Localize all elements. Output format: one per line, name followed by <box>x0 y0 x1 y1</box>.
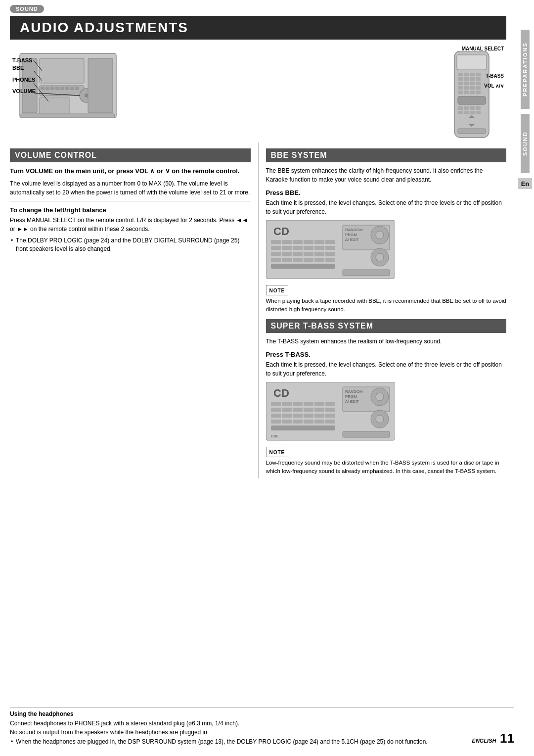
svg-rect-102 <box>293 408 303 412</box>
en-badge: En <box>518 178 532 189</box>
bbe-heading: BBE SYSTEM <box>266 148 507 162</box>
svg-rect-11 <box>75 87 79 90</box>
svg-text:A/ EDIT: A/ EDIT <box>345 399 359 404</box>
svg-rect-34 <box>470 82 475 85</box>
sound-pill: SOUND <box>10 5 44 13</box>
bbe-body1: The BBE system enhances the clarity of h… <box>266 166 507 184</box>
svg-rect-30 <box>470 77 475 81</box>
svg-rect-50 <box>464 111 469 114</box>
svg-rect-29 <box>464 77 469 81</box>
svg-rect-106 <box>271 414 281 418</box>
bbe-remote-svg: CD <box>266 220 395 280</box>
svg-rect-100 <box>271 408 281 412</box>
svg-rect-10 <box>70 87 74 90</box>
svg-rect-118 <box>271 425 335 430</box>
svg-rect-40 <box>458 91 463 94</box>
svg-rect-73 <box>304 252 313 256</box>
svg-rect-105 <box>325 408 335 412</box>
svg-rect-64 <box>271 246 281 250</box>
svg-rect-60 <box>293 240 303 244</box>
stereo-unit-svg <box>10 44 138 130</box>
tbass-remote-svg: CD <box>266 382 395 441</box>
svg-rect-74 <box>314 252 324 256</box>
svg-rect-25 <box>464 73 469 76</box>
svg-rect-48 <box>476 106 481 110</box>
tbass-body1: The T-BASS system enhances the realism o… <box>266 337 507 346</box>
svg-text:A/ EDIT: A/ EDIT <box>345 237 359 242</box>
svg-rect-112 <box>271 420 281 424</box>
right-column: BBE SYSTEM The BBE system enhances the c… <box>266 142 507 478</box>
tbass-note-label-box: NOTE <box>266 447 289 457</box>
svg-rect-72 <box>293 252 303 256</box>
svg-rect-31 <box>476 77 481 81</box>
svg-point-90 <box>376 253 384 261</box>
svg-rect-46 <box>464 106 469 110</box>
bbe-note-text: When playing back a tape recorded with B… <box>266 297 507 313</box>
svg-rect-39 <box>476 86 481 90</box>
svg-rect-44 <box>458 96 486 104</box>
svg-rect-16 <box>40 97 69 114</box>
tbass-note-container: NOTE Low-frequency sound may be distorte… <box>266 447 507 475</box>
svg-rect-114 <box>293 420 303 424</box>
svg-rect-80 <box>314 258 324 262</box>
svg-rect-35 <box>476 82 481 85</box>
right-sidebar: PREPARATIONS SOUND En <box>516 0 534 756</box>
svg-rect-99 <box>325 402 335 406</box>
svg-rect-76 <box>271 258 281 262</box>
tbass-label: T-BASS <box>12 57 32 63</box>
svg-rect-94 <box>271 402 281 406</box>
svg-rect-65 <box>282 246 292 250</box>
svg-rect-96 <box>293 402 303 406</box>
svg-rect-26 <box>470 73 475 76</box>
svg-rect-27 <box>476 73 481 76</box>
tbass-heading: SUPER T-BASS SYSTEM <box>266 319 507 333</box>
footer-text1: Connect headphones to PHONES jack with a… <box>10 719 462 728</box>
svg-rect-115 <box>304 420 313 424</box>
svg-rect-66 <box>293 246 303 250</box>
svg-rect-75 <box>325 252 335 256</box>
svg-rect-70 <box>271 252 281 256</box>
svg-rect-23 <box>457 55 487 70</box>
svg-text:RANDOM: RANDOM <box>345 389 363 394</box>
svg-rect-28 <box>458 77 463 81</box>
svg-rect-103 <box>304 408 313 412</box>
svg-rect-117 <box>325 420 335 424</box>
svg-rect-45 <box>458 106 463 110</box>
page-header: SOUND AUDIO ADJUSTMENTS <box>0 0 516 40</box>
svg-rect-62 <box>314 240 324 244</box>
svg-rect-108 <box>293 414 303 418</box>
volume-subheading: Turn VOLUME on the main unit, or press V… <box>10 166 251 176</box>
svg-rect-9 <box>65 87 69 90</box>
svg-rect-15 <box>88 58 113 113</box>
svg-rect-98 <box>314 402 324 406</box>
volume-body1: The volume level is displayed as a numbe… <box>10 179 251 197</box>
svg-rect-78 <box>293 258 303 262</box>
bbe-press-heading: Press BBE. <box>266 189 507 196</box>
bbe-note-label: NOTE <box>269 288 285 293</box>
svg-rect-2 <box>40 58 84 83</box>
svg-rect-37 <box>464 86 469 90</box>
svg-rect-107 <box>282 414 292 418</box>
svg-rect-32 <box>458 82 463 85</box>
svg-rect-67 <box>304 246 313 250</box>
svg-rect-79 <box>304 258 313 262</box>
svg-rect-63 <box>325 240 335 244</box>
tbass-press-text: Each time it is pressed, the level chang… <box>266 360 507 378</box>
svg-rect-8 <box>60 87 64 90</box>
svg-point-88 <box>376 231 384 239</box>
svg-rect-104 <box>314 408 324 412</box>
bbe-remote-image: CD <box>266 220 507 281</box>
svg-rect-52 <box>476 111 481 114</box>
tbass-press-heading: Press T-BASS. <box>266 351 507 358</box>
svg-text:RANDOM: RANDOM <box>345 228 363 232</box>
svg-rect-5 <box>45 87 49 90</box>
svg-rect-69 <box>325 246 335 250</box>
svg-rect-97 <box>304 402 313 406</box>
tbass-note-text: Low-frequency sound may be distorted whe… <box>266 459 507 475</box>
svg-rect-58 <box>271 240 281 244</box>
svg-rect-6 <box>50 87 54 90</box>
svg-rect-110 <box>314 414 324 418</box>
bbe-label: BBE <box>12 65 24 71</box>
manual-select-label: MANUAL SELECT <box>462 46 504 51</box>
svg-rect-101 <box>282 408 292 412</box>
